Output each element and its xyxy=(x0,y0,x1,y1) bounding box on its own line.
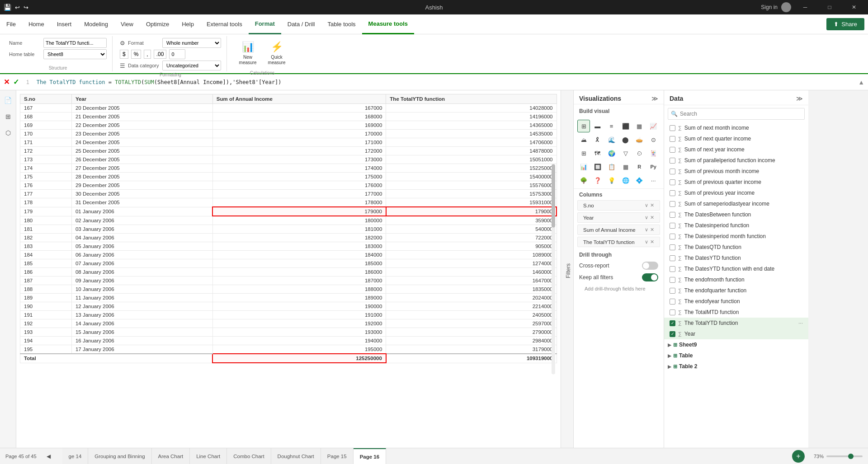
data-list-item[interactable]: ∑The endofquarter function xyxy=(664,285,808,296)
viz-gauge-icon[interactable]: ⏲ xyxy=(633,147,646,159)
page-tab[interactable]: Line Chart xyxy=(190,448,227,464)
menu-table-tools[interactable]: Table tools xyxy=(321,14,362,34)
menu-help[interactable]: Help xyxy=(175,14,200,34)
menu-optimize[interactable]: Optimize xyxy=(140,14,175,34)
data-list-item[interactable]: ∑The DatesYTD function with end date xyxy=(664,263,808,274)
viz-smart-icon[interactable]: 💡 xyxy=(605,174,618,187)
signin-button[interactable]: Sign in xyxy=(761,4,778,10)
formula-collapse-icon[interactable]: ▲ xyxy=(858,79,864,86)
menu-file[interactable]: File xyxy=(0,14,22,34)
menu-external-tools[interactable]: External tools xyxy=(200,14,249,34)
page-tab[interactable]: Page 15 xyxy=(321,448,354,464)
menu-measure-tools[interactable]: Measure tools xyxy=(362,14,414,34)
viz-table2-icon[interactable]: 📋 xyxy=(605,160,618,173)
ribbon-dollar-btn[interactable]: $ xyxy=(120,50,128,59)
viz-waterfall-icon[interactable]: 🌊 xyxy=(605,133,618,146)
data-list-item[interactable]: ∑Sum of previous year income xyxy=(664,187,808,198)
menu-format[interactable]: Format xyxy=(249,14,281,34)
new-measure-button[interactable]: 📊 Newmeasure xyxy=(234,38,261,69)
quick-measure-button[interactable]: ⚡ Quickmeasure xyxy=(263,38,290,69)
viz-area-icon[interactable]: ⛰ xyxy=(577,133,590,146)
viz-field-year-close[interactable]: ✕ xyxy=(650,215,654,220)
data-item-more-button[interactable]: ··· xyxy=(798,320,803,326)
data-list-item[interactable]: ∑Sum of next month income xyxy=(664,122,808,133)
viz-stacked-bar-icon[interactable]: ≡ xyxy=(605,120,618,132)
viz-python-icon[interactable]: Py xyxy=(647,160,660,173)
cross-report-toggle[interactable] xyxy=(642,262,658,270)
data-panel-expand-button[interactable]: ≫ xyxy=(796,95,803,102)
menu-data-drill[interactable]: Data / Drill xyxy=(281,14,321,34)
save-icon[interactable]: 💾 xyxy=(4,4,11,11)
data-list-item[interactable]: ∑The endofmonth function xyxy=(664,274,808,285)
viz-line-icon[interactable]: 📈 xyxy=(647,120,660,132)
page-tab[interactable]: ge 14 xyxy=(62,448,89,464)
data-list-item[interactable]: ∑The DatesYTD function xyxy=(664,253,808,263)
filter-label[interactable]: Filters xyxy=(563,260,573,282)
scroll-indicator[interactable] xyxy=(552,164,555,374)
data-list-item[interactable]: ∑The endofyear function xyxy=(664,296,808,307)
page-tab[interactable]: Area Chart xyxy=(152,448,190,464)
menu-insert[interactable]: Insert xyxy=(51,14,78,34)
sidebar-model-icon[interactable]: ⬡ xyxy=(2,127,14,139)
viz-field-year-down[interactable]: ∨ xyxy=(645,215,648,220)
viz-decomp-icon[interactable]: 🌳 xyxy=(577,174,590,187)
data-list-item[interactable]: ∑Sum of sameperiodlastyear income xyxy=(664,198,808,209)
keep-filters-toggle[interactable] xyxy=(642,273,658,281)
page-nav-back[interactable]: ◀ xyxy=(44,451,53,461)
viz-bar-icon[interactable]: ▬ xyxy=(591,120,604,132)
data-list-item[interactable]: ✓∑The TotalYTD function··· xyxy=(664,318,808,328)
viz-scatter-icon[interactable]: ⬤ xyxy=(619,133,632,146)
share-button[interactable]: ⬆ Share xyxy=(826,18,864,30)
viz-field-ytd-close[interactable]: ✕ xyxy=(650,239,654,245)
viz-card-icon[interactable]: 🃏 xyxy=(647,147,660,159)
data-list-item[interactable]: ∑Sum of previous quarter income xyxy=(664,177,808,187)
sidebar-table-icon[interactable]: ⊞ xyxy=(2,110,14,123)
data-list-item[interactable]: ∑Sum of next quarter income xyxy=(664,133,808,144)
redo-icon[interactable]: ↪ xyxy=(24,4,28,11)
ribbon-hometable-select[interactable]: Sheet8 xyxy=(43,49,107,59)
data-list-item[interactable]: ∑Sum of parallelperiod function income xyxy=(664,155,808,166)
page-tab[interactable]: Grouping and Binning xyxy=(88,448,151,464)
user-avatar[interactable] xyxy=(781,2,791,12)
viz-r-icon[interactable]: R xyxy=(633,160,646,173)
data-list-item[interactable]: ∑The Datesinperiod month function xyxy=(664,231,808,242)
sidebar-report-icon[interactable]: 📄 xyxy=(2,94,14,107)
viz-field-sno-down[interactable]: ∨ xyxy=(645,202,648,208)
viz-ribbon-icon[interactable]: 🎗 xyxy=(591,133,604,146)
ribbon-decimal-value[interactable] xyxy=(169,49,185,59)
zoom-slider[interactable] xyxy=(826,455,863,457)
viz-donut-icon[interactable]: ⊙ xyxy=(647,133,660,146)
page-tab[interactable]: Doughnut Chart xyxy=(271,448,321,464)
viz-funnel-icon[interactable]: ▽ xyxy=(619,147,632,159)
viz-map-icon[interactable]: 🗺 xyxy=(591,147,604,159)
minimize-button[interactable]: ─ xyxy=(795,0,816,14)
viz-slicer-icon[interactable]: 🔲 xyxy=(591,160,604,173)
ribbon-comma-btn[interactable]: , xyxy=(144,50,151,59)
viz-matrix-icon[interactable]: ▦ xyxy=(619,160,632,173)
ribbon-percent-btn[interactable]: % xyxy=(131,50,142,59)
page-tab[interactable]: Combo Chart xyxy=(227,448,271,464)
viz-kpi-icon[interactable]: 📊 xyxy=(577,160,590,173)
data-group-item[interactable]: ▶⊞Table 2 xyxy=(664,361,808,372)
data-list-item[interactable]: ∑The DatesBetween function xyxy=(664,209,808,220)
data-list-item[interactable]: ∑The Datesinperiod function xyxy=(664,220,808,231)
viz-pie-icon[interactable]: 🥧 xyxy=(633,133,646,146)
viz-filled-map-icon[interactable]: 🌍 xyxy=(605,147,618,159)
viz-field-sum-close[interactable]: ✕ xyxy=(650,227,654,233)
viz-stacked-col-icon[interactable]: ▦ xyxy=(633,120,646,132)
formula-cancel-button[interactable]: ✕ xyxy=(4,78,9,86)
menu-home[interactable]: Home xyxy=(22,14,51,34)
menu-view[interactable]: View xyxy=(114,14,140,34)
formula-confirm-button[interactable]: ✓ xyxy=(13,78,19,86)
add-drillthrough-field[interactable]: Add drill-through fields here xyxy=(579,283,658,294)
viz-field-ytd-down[interactable]: ∨ xyxy=(645,239,648,245)
data-list-item[interactable]: ∑The DatesQTD function xyxy=(664,242,808,253)
data-group-item[interactable]: ▶⊞Sheet9 xyxy=(664,339,808,350)
viz-field-sno-close[interactable]: ✕ xyxy=(650,202,654,208)
viz-field-sum-down[interactable]: ∨ xyxy=(645,227,648,233)
ribbon-name-input[interactable] xyxy=(43,38,107,48)
data-search-input[interactable] xyxy=(668,108,805,120)
ribbon-format-select[interactable]: Whole number xyxy=(162,38,221,48)
viz-table-icon[interactable]: ⊞ xyxy=(577,120,590,132)
close-button[interactable]: ✕ xyxy=(844,0,864,14)
